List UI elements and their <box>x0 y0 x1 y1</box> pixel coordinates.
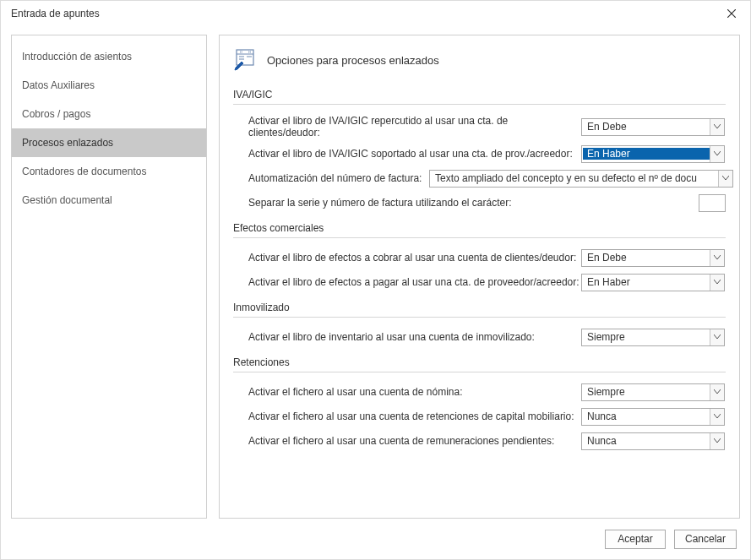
chevron-down-icon <box>714 255 721 260</box>
dropdown-button[interactable] <box>710 250 724 266</box>
label-efectos-pagar: Activar el libro de efectos a pagar al u… <box>248 276 581 288</box>
section-inmovilizado-title: Inmovilizado <box>233 302 726 318</box>
content-title: Opciones para procesos enlazados <box>267 54 439 67</box>
select-value: Siempre <box>582 386 710 398</box>
row-efectos-pagar: Activar el libro de efectos a pagar al u… <box>248 273 726 291</box>
cancel-button[interactable]: Cancelar <box>674 530 737 549</box>
label-efectos-cobrar: Activar el libro de efectos a cobrar al … <box>248 252 581 264</box>
select-value: En Haber <box>582 276 710 288</box>
row-automatizacion-factura: Automatización del número de factura: Te… <box>248 169 726 188</box>
dialog-body: Introducción de asientos Datos Auxiliare… <box>1 26 750 519</box>
sidebar: Introducción de asientos Datos Auxiliare… <box>11 35 207 519</box>
dialog-title: Entrada de apuntes <box>11 8 720 19</box>
sidebar-item-contadores[interactable]: Contadores de documentos <box>12 157 206 186</box>
accept-button[interactable]: Aceptar <box>605 530 666 549</box>
row-separar-serie: Separar la serie y número de factura uti… <box>248 193 726 212</box>
select-value: Nunca <box>582 410 710 422</box>
label-automatizacion-factura: Automatización del número de factura: <box>248 172 429 184</box>
section-efectos-title: Efectos comerciales <box>233 222 726 238</box>
chevron-down-icon <box>714 124 721 129</box>
row-efectos-cobrar: Activar el libro de efectos a cobrar al … <box>248 248 726 267</box>
dropdown-button[interactable] <box>710 384 724 400</box>
chevron-down-icon <box>714 438 721 443</box>
label-inmovilizado: Activar el libro de inventario al usar u… <box>248 331 581 343</box>
select-retenciones-nomina[interactable]: Siempre <box>581 383 725 401</box>
label-retenciones-capital: Activar el fichero al usar una cuenta de… <box>248 410 581 422</box>
label-iva-soportado: Activar el libro de IVA/IGIC soportado a… <box>248 148 581 160</box>
chevron-down-icon <box>714 414 721 419</box>
select-retenciones-remuneraciones[interactable]: Nunca <box>581 432 725 450</box>
label-separar-serie: Separar la serie y número de factura uti… <box>248 197 699 209</box>
dropdown-button[interactable] <box>710 433 724 449</box>
label-iva-repercutido: Activar el libro de IVA/IGIC repercutido… <box>248 115 581 139</box>
chevron-down-icon <box>714 280 721 285</box>
sidebar-item-procesos-enlazados[interactable]: Procesos enlazados <box>12 128 206 157</box>
select-iva-soportado[interactable]: En Haber <box>581 145 725 163</box>
content-header: D H Opciones para procesos enlazados <box>233 47 726 73</box>
sidebar-item-introduccion[interactable]: Introducción de asientos <box>12 42 206 71</box>
input-separar-caracter[interactable] <box>699 194 726 212</box>
select-automatizacion-factura[interactable]: Texto ampliado del concepto y en su defe… <box>429 170 733 188</box>
svg-text:H: H <box>248 50 251 54</box>
notebook-icon: D H <box>233 47 257 73</box>
svg-rect-2 <box>237 50 253 65</box>
row-iva-repercutido: Activar el libro de IVA/IGIC repercutido… <box>248 115 726 139</box>
chevron-down-icon <box>714 151 721 156</box>
chevron-down-icon <box>722 176 729 181</box>
label-retenciones-remuneraciones: Activar el fichero al usar una cuenta de… <box>248 435 581 447</box>
label-retenciones-nomina: Activar el fichero al usar una cuenta de… <box>248 386 581 398</box>
select-value: Siempre <box>582 331 710 343</box>
titlebar: Entrada de apuntes <box>1 1 750 26</box>
chevron-down-icon <box>714 334 721 340</box>
select-value: En Haber <box>583 148 710 160</box>
content-panel: D H Opciones para procesos enlazados IVA… <box>219 35 740 519</box>
select-retenciones-capital[interactable]: Nunca <box>581 408 725 426</box>
row-iva-soportado: Activar el libro de IVA/IGIC soportado a… <box>248 144 726 163</box>
row-retenciones-remuneraciones: Activar el fichero al usar una cuenta de… <box>248 432 726 450</box>
select-value: Nunca <box>582 435 710 447</box>
sidebar-item-cobros-pagos[interactable]: Cobros / pagos <box>12 100 206 128</box>
select-efectos-pagar[interactable]: En Haber <box>581 274 725 291</box>
select-value: Texto ampliado del concepto y en su defe… <box>430 172 718 184</box>
select-value: En Debe <box>582 121 710 133</box>
dialog-footer: Aceptar Cancelar <box>1 519 750 559</box>
row-retenciones-nomina: Activar el fichero al usar una cuenta de… <box>248 383 726 401</box>
dropdown-button[interactable] <box>718 171 732 187</box>
select-value: En Debe <box>582 252 710 264</box>
dropdown-button[interactable] <box>710 119 724 135</box>
close-icon <box>727 9 736 18</box>
row-inmovilizado: Activar el libro de inventario al usar u… <box>248 328 726 346</box>
chevron-down-icon <box>714 389 721 394</box>
svg-text:D: D <box>240 50 242 54</box>
dropdown-button[interactable] <box>710 146 724 162</box>
sidebar-item-gestion-documental[interactable]: Gestión documental <box>12 186 206 215</box>
section-retenciones-title: Retenciones <box>233 356 726 372</box>
dropdown-button[interactable] <box>710 329 724 345</box>
dropdown-button[interactable] <box>710 275 724 291</box>
section-iva-title: IVA/IGIC <box>233 89 726 105</box>
select-inmovilizado[interactable]: Siempre <box>581 329 725 346</box>
dialog-window: Entrada de apuntes Introducción de asien… <box>0 0 751 560</box>
row-retenciones-capital: Activar el fichero al usar una cuenta de… <box>248 407 726 426</box>
close-button[interactable] <box>720 4 743 23</box>
dropdown-button[interactable] <box>710 409 724 425</box>
select-efectos-cobrar[interactable]: En Debe <box>581 249 725 267</box>
select-iva-repercutido[interactable]: En Debe <box>581 118 725 136</box>
sidebar-item-datos-auxiliares[interactable]: Datos Auxiliares <box>12 71 206 100</box>
